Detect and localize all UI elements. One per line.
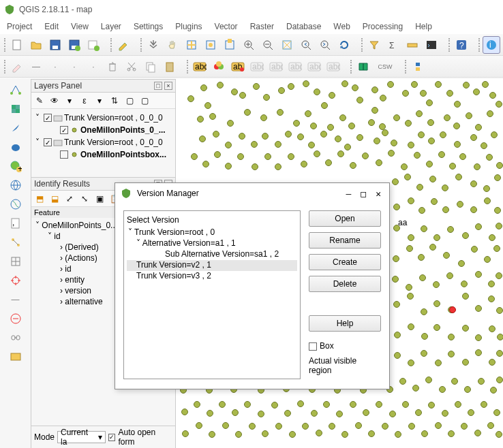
layer-checkbox[interactable] <box>60 150 68 159</box>
menu-processing[interactable]: Processing <box>363 22 403 31</box>
menu-view[interactable]: View <box>71 22 89 31</box>
edit-tool-icon[interactable]: — <box>27 58 45 76</box>
menu-project[interactable]: Project <box>7 22 32 31</box>
layer-checkbox[interactable]: ✓ <box>44 138 52 146</box>
new-layer-icon[interactable] <box>85 36 102 54</box>
zoom-out-icon[interactable] <box>259 36 277 54</box>
cancel-icon[interactable] <box>7 310 24 327</box>
zoom-native-icon[interactable] <box>278 36 296 54</box>
label-tool-4-icon[interactable]: abc <box>305 58 323 76</box>
book-icon[interactable] <box>354 58 372 76</box>
feather-icon[interactable] <box>7 120 24 136</box>
zoom-selection-icon[interactable] <box>221 36 239 54</box>
menu-plugins[interactable]: Plugins <box>175 22 202 31</box>
label-move-icon[interactable]: ab <box>229 58 247 76</box>
dialog-maximize[interactable]: □ <box>361 189 366 199</box>
menu-vector[interactable]: Vector <box>215 22 238 31</box>
elephant-icon[interactable] <box>7 139 24 155</box>
cut-icon[interactable] <box>123 58 140 76</box>
menu-edit[interactable]: Edit <box>44 22 59 31</box>
globe-curl-icon[interactable] <box>7 196 24 212</box>
zoom-in-icon[interactable] <box>240 36 258 54</box>
filter-icon[interactable] <box>365 36 383 54</box>
paste-icon[interactable] <box>161 58 179 76</box>
delete-button[interactable]: Delete <box>309 276 381 292</box>
mode-combo[interactable]: Current la▾ <box>57 431 106 443</box>
version-row[interactable]: Trunk Version=v3 , 2 <box>127 271 297 282</box>
version-row[interactable]: Trunk Version=v2 , 1 <box>127 260 297 271</box>
id-layers2-icon[interactable]: ⬓ <box>48 192 61 206</box>
layers-panel-float[interactable]: □ <box>154 82 162 90</box>
add-feature-icon[interactable]: · <box>46 58 64 76</box>
zoom-full-icon[interactable] <box>183 36 200 54</box>
sort-asc-icon[interactable]: ⇅ <box>108 94 121 108</box>
version-row[interactable]: ˅ Alternative Version=a1 , 1 <box>127 238 297 249</box>
version-list[interactable]: Select Version ˅ Trunk Version=root , 0˅… <box>123 210 301 379</box>
menu-raster[interactable]: Raster <box>250 22 274 31</box>
expression-icon[interactable]: ε <box>78 94 91 108</box>
link-icon[interactable] <box>7 330 24 346</box>
zoom-next-icon[interactable] <box>316 36 334 54</box>
label-tool-3-icon[interactable]: abc <box>286 58 304 76</box>
open-button[interactable]: Open <box>309 210 381 227</box>
console-icon[interactable] <box>423 36 440 54</box>
menu-database[interactable]: Database <box>286 22 321 31</box>
layer-checkbox[interactable]: ✓ <box>44 114 52 122</box>
target-icon[interactable] <box>7 272 24 289</box>
csw-icon[interactable]: CSW <box>374 58 397 76</box>
label-abc-icon[interactable]: abc <box>191 58 209 76</box>
python-icon[interactable] <box>409 58 427 76</box>
label-tool-5-icon[interactable]: abc <box>324 58 342 76</box>
vector-layer-icon[interactable] <box>7 82 24 98</box>
id-config-icon[interactable]: ▣ <box>93 192 106 206</box>
rename-button[interactable]: Rename <box>309 232 381 249</box>
gallery-icon[interactable] <box>7 349 24 365</box>
eye-manage-icon[interactable]: 👁 <box>48 94 61 108</box>
layers-panel-close[interactable]: × <box>164 82 172 90</box>
node-tool-icon[interactable]: · <box>85 58 102 76</box>
style-brush-icon[interactable]: ✎ <box>33 94 46 108</box>
help-icon[interactable]: ? <box>453 36 470 54</box>
csv-icon[interactable]: , <box>7 215 24 231</box>
menu-settings[interactable]: Settings <box>134 22 163 31</box>
mesh-icon[interactable] <box>7 253 24 270</box>
globe-add-icon[interactable]: + <box>7 158 24 174</box>
filter-layer-icon[interactable]: ▾ <box>63 94 76 108</box>
dialog-minimize[interactable]: — <box>346 189 352 199</box>
id-expand-icon[interactable]: ⤢ <box>63 192 76 206</box>
layer-row[interactable]: OneMillonPointsbox... <box>34 148 172 161</box>
auto-open-checkbox[interactable]: ✓ <box>108 434 116 441</box>
copy-icon[interactable] <box>142 58 159 76</box>
version-row[interactable]: Sub Alternative Version=sa1 , 2 <box>127 249 297 260</box>
menu-web[interactable]: Web <box>333 22 350 31</box>
layer-row[interactable]: ˅✓Trunk Version=root , 0_0_0 <box>34 112 172 124</box>
identify-icon[interactable]: i <box>483 36 500 54</box>
layer-row[interactable]: ˅✓Trunk Version=root , 0_0_0 <box>34 136 172 148</box>
layers-tree[interactable]: ˅✓Trunk Version=root , 0_0_0✓OneMillonPo… <box>31 109 175 177</box>
dialog-close[interactable]: ✕ <box>376 189 381 199</box>
save-as-icon[interactable] <box>65 36 83 54</box>
save-icon[interactable] <box>46 36 64 54</box>
add-group-icon[interactable]: ▢ <box>123 94 136 108</box>
edit-pencil-icon[interactable] <box>8 58 26 76</box>
sum-icon[interactable]: Σ <box>384 36 402 54</box>
delete-icon[interactable] <box>104 58 121 76</box>
open-icon[interactable] <box>27 36 45 54</box>
raster-layer-icon[interactable] <box>7 101 24 117</box>
layer-checkbox[interactable]: ✓ <box>60 126 68 134</box>
label-tool-1-icon[interactable]: abc <box>248 58 266 76</box>
box-checkbox[interactable] <box>309 342 317 351</box>
version-row[interactable]: ˅ Trunk Version=root , 0 <box>127 227 297 238</box>
zoom-layer-icon[interactable] <box>202 36 219 54</box>
dropdown-icon[interactable]: ▾ <box>93 94 106 108</box>
style-icon[interactable] <box>210 58 228 76</box>
refresh-icon[interactable] <box>335 36 353 54</box>
zoom-last-icon[interactable] <box>297 36 315 54</box>
id-collapse-icon[interactable]: ⤡ <box>78 192 91 206</box>
layer-row[interactable]: ✓OneMillonPoints_0_... <box>34 124 172 136</box>
menu-help[interactable]: Help <box>415 22 432 31</box>
menu-layer[interactable]: Layer <box>101 22 121 31</box>
new-project-icon[interactable] <box>8 36 26 54</box>
pencil-icon[interactable] <box>115 36 132 54</box>
pan-icon[interactable] <box>144 36 162 54</box>
